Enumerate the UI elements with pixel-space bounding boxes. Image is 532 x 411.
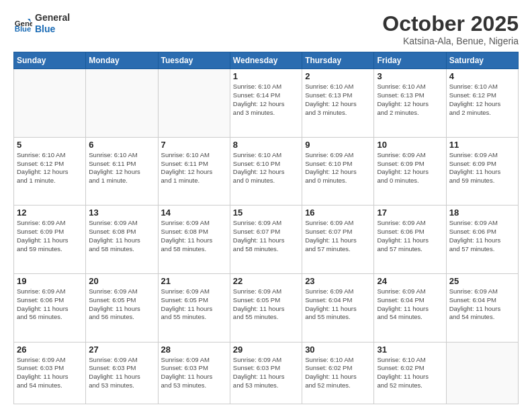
day-header-saturday: Saturday	[446, 52, 518, 69]
day-info: Sunrise: 6:10 AM Sunset: 6:10 PM Dayligh…	[233, 151, 299, 185]
calendar-cell: 26Sunrise: 6:09 AM Sunset: 6:03 PM Dayli…	[14, 342, 86, 404]
day-info: Sunrise: 6:09 AM Sunset: 6:10 PM Dayligh…	[305, 151, 371, 185]
calendar-cell: 18Sunrise: 6:09 AM Sunset: 6:06 PM Dayli…	[446, 205, 518, 274]
calendar-cell: 7Sunrise: 6:10 AM Sunset: 6:11 PM Daylig…	[158, 137, 230, 205]
day-number: 8	[233, 140, 299, 150]
day-info: Sunrise: 6:09 AM Sunset: 6:03 PM Dayligh…	[17, 356, 83, 390]
day-number: 31	[377, 345, 443, 355]
calendar-cell	[446, 342, 518, 404]
day-info: Sunrise: 6:10 AM Sunset: 6:12 PM Dayligh…	[17, 151, 83, 185]
day-number: 10	[377, 140, 443, 150]
day-header-tuesday: Tuesday	[158, 52, 230, 69]
day-number: 12	[17, 208, 83, 218]
day-number: 5	[17, 140, 83, 150]
calendar-cell	[14, 69, 86, 138]
page: General Blue General Blue October 2025 K…	[0, 0, 532, 411]
day-header-monday: Monday	[86, 52, 158, 69]
main-title: October 2025	[382, 12, 519, 36]
day-info: Sunrise: 6:09 AM Sunset: 6:07 PM Dayligh…	[305, 219, 371, 253]
day-number: 30	[305, 345, 371, 355]
day-info: Sunrise: 6:09 AM Sunset: 6:07 PM Dayligh…	[233, 219, 299, 253]
day-info: Sunrise: 6:09 AM Sunset: 6:03 PM Dayligh…	[161, 356, 227, 390]
calendar-cell: 2Sunrise: 6:10 AM Sunset: 6:13 PM Daylig…	[302, 69, 374, 138]
calendar-body: 1Sunrise: 6:10 AM Sunset: 6:14 PM Daylig…	[14, 69, 519, 404]
day-number: 6	[89, 140, 154, 150]
day-number: 29	[233, 345, 299, 355]
day-number: 20	[89, 276, 154, 286]
day-info: Sunrise: 6:10 AM Sunset: 6:13 PM Dayligh…	[305, 83, 371, 117]
logo: General Blue General Blue	[13, 12, 70, 35]
calendar-cell	[158, 69, 230, 138]
calendar-cell: 8Sunrise: 6:10 AM Sunset: 6:10 PM Daylig…	[230, 137, 302, 205]
calendar-cell: 30Sunrise: 6:10 AM Sunset: 6:02 PM Dayli…	[302, 342, 374, 404]
day-number: 11	[449, 140, 515, 150]
calendar-cell: 11Sunrise: 6:09 AM Sunset: 6:09 PM Dayli…	[446, 137, 518, 205]
calendar-cell: 19Sunrise: 6:09 AM Sunset: 6:06 PM Dayli…	[14, 274, 86, 342]
day-number: 14	[161, 208, 227, 218]
calendar-cell: 23Sunrise: 6:09 AM Sunset: 6:04 PM Dayli…	[302, 274, 374, 342]
day-info: Sunrise: 6:09 AM Sunset: 6:04 PM Dayligh…	[449, 287, 515, 322]
calendar-cell: 28Sunrise: 6:09 AM Sunset: 6:03 PM Dayli…	[158, 342, 230, 404]
day-header-sunday: Sunday	[14, 52, 86, 69]
day-info: Sunrise: 6:09 AM Sunset: 6:03 PM Dayligh…	[233, 356, 299, 390]
day-number: 7	[161, 140, 227, 150]
calendar-cell: 27Sunrise: 6:09 AM Sunset: 6:03 PM Dayli…	[86, 342, 158, 404]
calendar-cell: 12Sunrise: 6:09 AM Sunset: 6:09 PM Dayli…	[14, 205, 86, 274]
day-info: Sunrise: 6:09 AM Sunset: 6:06 PM Dayligh…	[17, 287, 83, 322]
day-number: 21	[161, 276, 227, 286]
day-info: Sunrise: 6:09 AM Sunset: 6:06 PM Dayligh…	[377, 219, 443, 253]
day-number: 22	[233, 276, 299, 286]
day-info: Sunrise: 6:10 AM Sunset: 6:11 PM Dayligh…	[161, 151, 227, 185]
day-info: Sunrise: 6:09 AM Sunset: 6:03 PM Dayligh…	[89, 356, 154, 390]
calendar-cell: 14Sunrise: 6:09 AM Sunset: 6:08 PM Dayli…	[158, 205, 230, 274]
day-header-wednesday: Wednesday	[230, 52, 302, 69]
calendar-cell: 20Sunrise: 6:09 AM Sunset: 6:05 PM Dayli…	[86, 274, 158, 342]
week-row-3: 12Sunrise: 6:09 AM Sunset: 6:09 PM Dayli…	[14, 205, 519, 274]
day-number: 24	[377, 276, 443, 286]
day-header-thursday: Thursday	[302, 52, 374, 69]
day-info: Sunrise: 6:10 AM Sunset: 6:02 PM Dayligh…	[305, 356, 371, 390]
calendar-cell: 3Sunrise: 6:10 AM Sunset: 6:13 PM Daylig…	[374, 69, 446, 138]
day-info: Sunrise: 6:09 AM Sunset: 6:05 PM Dayligh…	[161, 287, 227, 322]
day-info: Sunrise: 6:09 AM Sunset: 6:04 PM Dayligh…	[305, 287, 371, 322]
calendar-cell: 31Sunrise: 6:10 AM Sunset: 6:02 PM Dayli…	[374, 342, 446, 404]
week-row-1: 1Sunrise: 6:10 AM Sunset: 6:14 PM Daylig…	[14, 69, 519, 138]
calendar-table: SundayMondayTuesdayWednesdayThursdayFrid…	[13, 52, 519, 404]
day-number: 25	[449, 276, 515, 286]
day-info: Sunrise: 6:09 AM Sunset: 6:06 PM Dayligh…	[449, 219, 515, 253]
day-info: Sunrise: 6:09 AM Sunset: 6:09 PM Dayligh…	[377, 151, 443, 185]
calendar-cell: 29Sunrise: 6:09 AM Sunset: 6:03 PM Dayli…	[230, 342, 302, 404]
logo-blue: Blue	[35, 24, 70, 35]
day-header-friday: Friday	[374, 52, 446, 69]
logo-icon: General Blue	[13, 14, 32, 33]
week-row-5: 26Sunrise: 6:09 AM Sunset: 6:03 PM Dayli…	[14, 342, 519, 404]
day-number: 18	[449, 208, 515, 218]
day-info: Sunrise: 6:10 AM Sunset: 6:02 PM Dayligh…	[377, 356, 443, 390]
subtitle: Katsina-Ala, Benue, Nigeria	[382, 36, 519, 46]
week-row-2: 5Sunrise: 6:10 AM Sunset: 6:12 PM Daylig…	[14, 137, 519, 205]
calendar-cell: 17Sunrise: 6:09 AM Sunset: 6:06 PM Dayli…	[374, 205, 446, 274]
day-number: 1	[233, 71, 299, 81]
calendar-header: SundayMondayTuesdayWednesdayThursdayFrid…	[14, 52, 519, 69]
calendar-cell: 15Sunrise: 6:09 AM Sunset: 6:07 PM Dayli…	[230, 205, 302, 274]
day-number: 4	[449, 71, 515, 81]
calendar-cell: 9Sunrise: 6:09 AM Sunset: 6:10 PM Daylig…	[302, 137, 374, 205]
calendar-cell: 22Sunrise: 6:09 AM Sunset: 6:05 PM Dayli…	[230, 274, 302, 342]
day-number: 2	[305, 71, 371, 81]
calendar-cell: 1Sunrise: 6:10 AM Sunset: 6:14 PM Daylig…	[230, 69, 302, 138]
day-info: Sunrise: 6:10 AM Sunset: 6:11 PM Dayligh…	[89, 151, 154, 185]
week-row-4: 19Sunrise: 6:09 AM Sunset: 6:06 PM Dayli…	[14, 274, 519, 342]
day-number: 28	[161, 345, 227, 355]
calendar-cell: 4Sunrise: 6:10 AM Sunset: 6:12 PM Daylig…	[446, 69, 518, 138]
day-info: Sunrise: 6:09 AM Sunset: 6:05 PM Dayligh…	[233, 287, 299, 322]
calendar-cell: 5Sunrise: 6:10 AM Sunset: 6:12 PM Daylig…	[14, 137, 86, 205]
day-number: 27	[89, 345, 154, 355]
day-number: 3	[377, 71, 443, 81]
svg-text:Blue: Blue	[15, 25, 32, 33]
calendar-cell: 25Sunrise: 6:09 AM Sunset: 6:04 PM Dayli…	[446, 274, 518, 342]
calendar-cell	[86, 69, 158, 138]
day-number: 15	[233, 208, 299, 218]
calendar-cell: 6Sunrise: 6:10 AM Sunset: 6:11 PM Daylig…	[86, 137, 158, 205]
header: General Blue General Blue October 2025 K…	[13, 12, 519, 46]
calendar-cell: 24Sunrise: 6:09 AM Sunset: 6:04 PM Dayli…	[374, 274, 446, 342]
